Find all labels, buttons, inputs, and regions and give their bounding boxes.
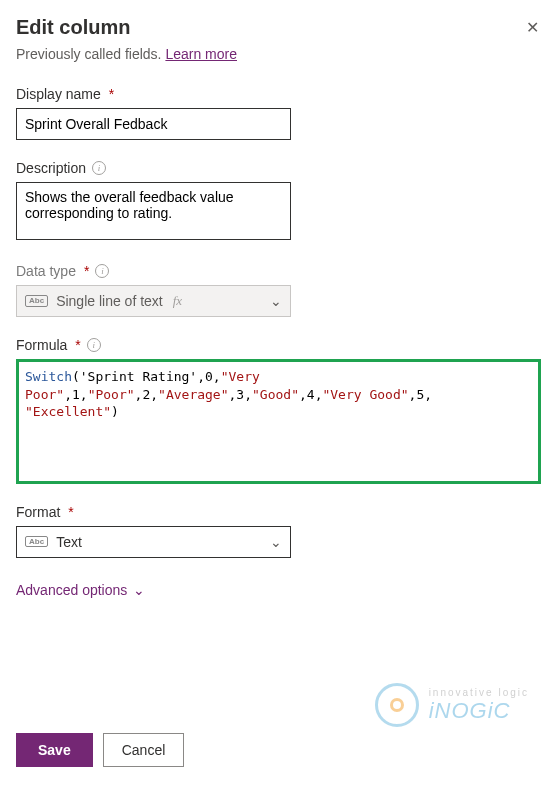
advanced-options-toggle[interactable]: Advanced options ⌄	[16, 582, 145, 598]
formula-label: Formula* i	[16, 337, 543, 353]
chevron-down-icon: ⌄	[270, 534, 282, 550]
subtitle-text: Previously called fields.	[16, 46, 165, 62]
formula-editor[interactable]: Switch('Sprint Rating',0,"Very Poor",1,"…	[16, 359, 541, 484]
save-button[interactable]: Save	[16, 733, 93, 767]
info-icon[interactable]: i	[92, 161, 106, 175]
info-icon[interactable]: i	[95, 264, 109, 278]
info-icon[interactable]: i	[87, 338, 101, 352]
learn-more-link[interactable]: Learn more	[165, 46, 237, 62]
fx-icon: fx	[173, 293, 182, 309]
data-type-label: Data type* i	[16, 263, 543, 279]
close-icon[interactable]: ✕	[522, 16, 543, 40]
panel-subtitle: Previously called fields. Learn more	[16, 46, 543, 62]
display-name-label: Display name*	[16, 86, 543, 102]
cancel-button[interactable]: Cancel	[103, 733, 185, 767]
panel-title: Edit column	[16, 16, 130, 39]
description-label: Description i	[16, 160, 543, 176]
watermark-logo: innovative logic iNOGiC	[375, 683, 529, 727]
text-type-icon: Abc	[25, 295, 48, 307]
text-type-icon: Abc	[25, 536, 48, 548]
chevron-down-icon: ⌄	[133, 582, 145, 598]
chevron-down-icon: ⌄	[270, 293, 282, 309]
format-label: Format*	[16, 504, 543, 520]
data-type-select[interactable]: Abc Single line of textfx ⌄	[16, 285, 291, 317]
format-select[interactable]: Abc Text ⌄	[16, 526, 291, 558]
description-input[interactable]	[16, 182, 291, 240]
display-name-input[interactable]	[16, 108, 291, 140]
